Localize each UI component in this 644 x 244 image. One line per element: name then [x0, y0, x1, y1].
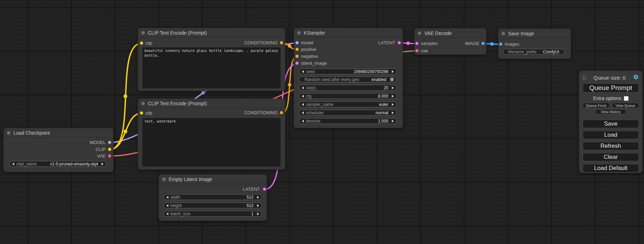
- queue-front-button[interactable]: Queue Front: [583, 103, 610, 108]
- link-midpoint-dot: [288, 83, 291, 87]
- node-save-image[interactable]: Save Image images filename_prefix ComfyU…: [498, 29, 571, 59]
- decrement-arrow-icon[interactable]: [302, 87, 304, 89]
- cfg-widget[interactable]: cfg 8.000: [299, 93, 397, 99]
- node-header[interactable]: CLIP Text Encode (Prompt): [138, 28, 285, 38]
- output-port-model[interactable]: [108, 141, 111, 144]
- input-port-clip[interactable]: [140, 111, 143, 115]
- steps-widget[interactable]: steps 20: [299, 85, 397, 91]
- output-port-conditioning[interactable]: [280, 111, 283, 114]
- filename-prefix-widget[interactable]: filename_prefix ComfyUI: [503, 49, 565, 55]
- load-button[interactable]: Load: [583, 131, 639, 139]
- decrement-arrow-icon[interactable]: [302, 111, 304, 114]
- increment-arrow-icon[interactable]: [257, 204, 259, 207]
- height-widget[interactable]: height 512: [164, 202, 262, 208]
- widget-label: Random seed after every gen: [305, 77, 359, 82]
- save-button[interactable]: Save: [583, 120, 639, 128]
- refresh-button[interactable]: Refresh: [583, 142, 639, 150]
- input-port-latent-image[interactable]: [295, 62, 299, 65]
- negative-prompt-textarea[interactable]: text, watermark: [142, 118, 281, 166]
- node-ksampler[interactable]: KSampler model positive negative latent_…: [294, 28, 403, 128]
- output-port-latent[interactable]: [398, 41, 401, 44]
- random-seed-toggle-icon[interactable]: [390, 78, 394, 81]
- increment-arrow-icon[interactable]: [392, 111, 394, 114]
- view-history-button[interactable]: View History: [596, 109, 626, 114]
- port-label-clip: clip: [145, 110, 152, 116]
- output-port-conditioning[interactable]: [280, 41, 283, 44]
- decrement-arrow-icon[interactable]: [166, 213, 168, 215]
- collapse-dot-icon[interactable]: [502, 32, 505, 35]
- settings-gear-icon[interactable]: [633, 74, 639, 81]
- extra-options-checkbox[interactable]: [624, 96, 628, 101]
- collapse-dot-icon[interactable]: [162, 178, 166, 181]
- port-label-model: model: [301, 40, 313, 46]
- increment-arrow-icon[interactable]: [392, 103, 394, 106]
- node-header[interactable]: CLIP Text Encode (Prompt): [138, 99, 285, 108]
- input-port-clip[interactable]: [140, 42, 143, 45]
- decrement-arrow-icon[interactable]: [302, 95, 304, 98]
- node-empty-latent-image[interactable]: Empty Latent Image LATENT width 512 heig…: [159, 174, 267, 221]
- node-clip-text-encode-positive[interactable]: CLIP Text Encode (Prompt) clip CONDITION…: [138, 28, 285, 91]
- link-midpoint-dot: [490, 42, 494, 46]
- input-port-model[interactable]: [295, 41, 299, 44]
- increment-arrow-icon[interactable]: [257, 213, 259, 215]
- input-port-negative[interactable]: [295, 55, 299, 58]
- port-label-vae: VAE: [97, 153, 106, 159]
- collapse-dot-icon[interactable]: [297, 31, 301, 35]
- collapse-dot-icon[interactable]: [141, 31, 145, 35]
- collapse-dot-icon[interactable]: [7, 131, 10, 135]
- positive-prompt-textarea[interactable]: beautiful scenery nature glass bottle la…: [142, 47, 281, 88]
- input-port-images[interactable]: [499, 43, 502, 46]
- decrement-arrow-icon[interactable]: [166, 196, 168, 199]
- widget-value: ComfyUI: [543, 49, 559, 54]
- increment-arrow-icon[interactable]: [392, 95, 394, 98]
- input-port-vae[interactable]: [415, 49, 418, 52]
- collapse-dot-icon[interactable]: [141, 102, 145, 105]
- node-header[interactable]: Load Checkpoint: [3, 128, 113, 138]
- input-port-samples[interactable]: [415, 42, 418, 45]
- collapse-dot-icon[interactable]: [418, 31, 421, 35]
- output-port-latent[interactable]: [263, 188, 266, 191]
- scheduler-widget[interactable]: scheduler normal: [299, 110, 397, 116]
- output-port-image[interactable]: [482, 42, 485, 45]
- graph-canvas[interactable]: { "colors": { "model_port": "#b8a0e8", "…: [0, 0, 644, 244]
- increment-arrow-icon[interactable]: [102, 163, 104, 165]
- decrement-arrow-icon[interactable]: [166, 204, 168, 207]
- link-midpoint-dot: [288, 44, 291, 48]
- seed-widget[interactable]: seed 156680208700286: [299, 69, 397, 74]
- sampler-name-widget[interactable]: sampler_name euler: [299, 101, 397, 107]
- widget-label: steps: [306, 85, 316, 90]
- decrement-arrow-icon[interactable]: [302, 103, 304, 106]
- widget-label: seed: [306, 69, 315, 74]
- ckpt-name-widget[interactable]: ckpt_name v1-5-pruned-emaonly.ckpt: [9, 161, 106, 167]
- width-widget[interactable]: width 512: [164, 194, 262, 200]
- denoise-widget[interactable]: denoise 1.000: [299, 118, 397, 124]
- increment-arrow-icon[interactable]: [392, 120, 394, 123]
- drag-handle-icon[interactable]: [583, 75, 586, 80]
- queue-prompt-button[interactable]: Queue Prompt: [583, 83, 639, 92]
- output-port-clip[interactable]: [108, 148, 111, 151]
- view-queue-button[interactable]: View Queue: [612, 103, 639, 108]
- node-header[interactable]: KSampler: [294, 28, 403, 38]
- input-port-positive[interactable]: [295, 48, 299, 51]
- node-clip-text-encode-negative[interactable]: CLIP Text Encode (Prompt) clip CONDITION…: [138, 99, 285, 170]
- widget-label: filename_prefix: [508, 49, 536, 54]
- increment-arrow-icon[interactable]: [257, 196, 259, 199]
- decrement-arrow-icon[interactable]: [302, 120, 304, 123]
- node-vae-decode[interactable]: VAE Decode samples vae IMAGE: [414, 28, 486, 55]
- load-default-button[interactable]: Load Default: [583, 164, 639, 172]
- increment-arrow-icon[interactable]: [392, 70, 394, 73]
- port-label-positive: positive: [301, 47, 316, 52]
- batch-size-widget[interactable]: batch_size 1: [164, 211, 262, 217]
- decrement-arrow-icon[interactable]: [12, 163, 14, 165]
- node-header[interactable]: Save Image: [498, 29, 571, 38]
- node-header[interactable]: Empty Latent Image: [159, 174, 267, 184]
- widget-value: 512: [247, 195, 254, 200]
- clear-button[interactable]: Clear: [583, 153, 639, 161]
- decrement-arrow-icon[interactable]: [302, 70, 304, 73]
- output-port-vae[interactable]: [108, 154, 111, 157]
- increment-arrow-icon[interactable]: [392, 87, 394, 89]
- node-header[interactable]: VAE Decode: [414, 28, 486, 38]
- node-load-checkpoint[interactable]: Load Checkpoint MODEL CLIP VAE ckpt_name…: [3, 128, 113, 172]
- port-label-conditioning: CONDITIONING: [244, 40, 277, 46]
- random-seed-widget[interactable]: Random seed after every gen enabled: [299, 76, 397, 82]
